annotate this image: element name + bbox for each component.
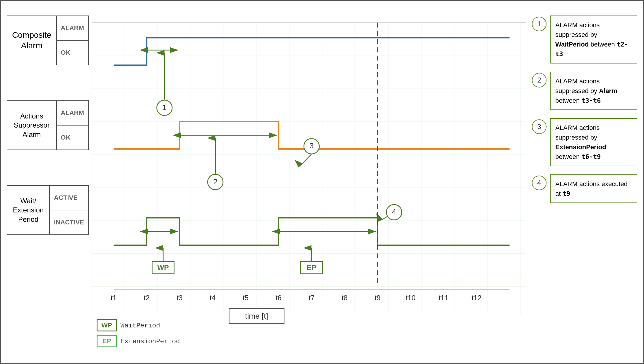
marker-4-label: 4: [392, 207, 396, 216]
tick-t12: t12: [472, 294, 482, 302]
marker-1-label: 1: [162, 103, 167, 112]
legend-wp-text: WP: [102, 322, 112, 329]
annotation-2-number: 2: [532, 73, 547, 87]
wait-extension-label: Wait/ Extension Period: [7, 186, 50, 234]
annotation-1-box: ALARM actions suppressed by WaitPeriod b…: [550, 16, 637, 63]
tick-t7: t7: [309, 294, 314, 302]
suppressor-alarm-box: Actions Suppressor Alarm ALARM OK: [7, 100, 89, 150]
left-section: Composite Alarm ALARM OK Actions Suppres…: [7, 10, 526, 354]
suppressor-ok-state: OK: [57, 126, 88, 150]
wait-active-state: ACTIVE: [50, 186, 88, 210]
tick-t6: t6: [276, 294, 282, 302]
annotation-3: 3 ALARM actions suppressed by ExtensionP…: [532, 118, 637, 166]
annotation-2: 2 ALARM actions suppressed by Alarm betw…: [532, 72, 637, 110]
composite-alarm-states: ALARM OK: [57, 16, 88, 65]
annotation-1: 1 ALARM actions suppressed by WaitPeriod…: [532, 16, 637, 63]
annotation-4-text: ALARM actions executed at t9: [555, 180, 628, 197]
composite-alarm-label: Composite Alarm: [7, 16, 57, 65]
annotation-3-box: ALARM actions suppressed by ExtensionPer…: [550, 118, 637, 166]
suppressor-alarm-states: ALARM OK: [57, 101, 88, 150]
time-label: time [t]: [245, 312, 268, 320]
label-column: Composite Alarm ALARM OK Actions Suppres…: [7, 10, 89, 354]
tick-t2: t2: [144, 294, 150, 302]
suppressor-alarm-state: ALARM: [57, 101, 88, 126]
annotation-3-number: 3: [532, 119, 547, 134]
annotation-4-box: ALARM actions executed at t9: [550, 174, 637, 203]
tick-t11: t11: [439, 294, 448, 302]
wait-inactive-state: INACTIVE: [50, 210, 88, 234]
chart-area: 1 2 3: [92, 10, 526, 354]
right-annotations: 1 ALARM actions suppressed by WaitPeriod…: [526, 10, 637, 354]
tick-t1: t1: [111, 294, 117, 302]
annotation-2-text: ALARM actions suppressed by Alarm betwee…: [555, 78, 617, 104]
annotation-3-text: ALARM actions suppressed by ExtensionPer…: [555, 124, 606, 160]
tick-t4: t4: [210, 294, 215, 302]
legend-ep-label: ExtensionPeriod: [121, 338, 180, 345]
wp-label-text: WP: [157, 264, 169, 272]
composite-alarm-box: Composite Alarm ALARM OK: [7, 16, 89, 65]
annotation-4: 4 ALARM actions executed at t9: [532, 174, 637, 203]
tick-t5: t5: [243, 294, 249, 302]
marker-2-label: 2: [213, 177, 217, 186]
legend-ep-text: EP: [102, 337, 111, 345]
tick-t9: t9: [375, 294, 381, 302]
annotation-4-number: 4: [532, 176, 547, 190]
composite-alarm-state: ALARM: [57, 16, 88, 41]
wait-extension-states: ACTIVE INACTIVE: [50, 186, 88, 234]
annotation-1-text: ALARM actions suppressed by WaitPeriod b…: [555, 21, 628, 58]
wait-extension-box: Wait/ Extension Period ACTIVE INACTIVE: [7, 185, 89, 235]
annotation-1-number: 1: [532, 17, 547, 31]
suppressor-alarm-label: Actions Suppressor Alarm: [7, 101, 57, 150]
chart-svg: 1 2 3: [92, 10, 526, 354]
ep-label-text: EP: [307, 264, 316, 272]
marker-3-label: 3: [309, 141, 314, 150]
tick-t8: t8: [342, 294, 347, 302]
annotation-2-box: ALARM actions suppressed by Alarm betwee…: [550, 72, 637, 110]
main-container: Composite Alarm ALARM OK Actions Suppres…: [0, 0, 644, 364]
tick-t10: t10: [406, 294, 416, 302]
composite-ok-state: OK: [57, 41, 88, 65]
legend-wp-label: WaitPeriod: [121, 322, 160, 329]
tick-t3: t3: [177, 294, 182, 302]
